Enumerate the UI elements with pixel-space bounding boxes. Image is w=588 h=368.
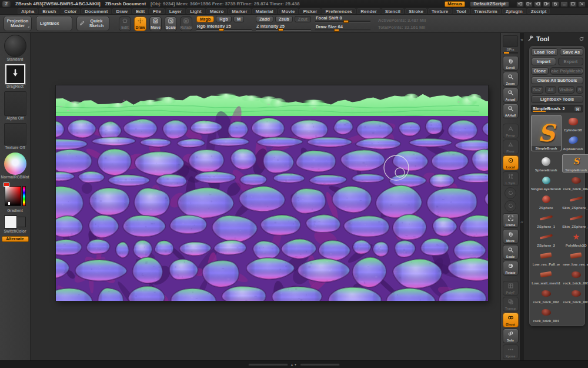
clone-all-subtools-button[interactable]: Clone All SubTools xyxy=(531,77,583,84)
actual-button[interactable]: Actual xyxy=(503,88,519,102)
spix-handle[interactable] xyxy=(504,52,509,54)
minimize-icon[interactable] xyxy=(560,1,568,7)
tool-thumb-singlelayerbrush[interactable]: SingleLayerBrush xyxy=(531,173,561,191)
menu-item-stroke[interactable]: Stroke xyxy=(405,8,427,14)
brush-thumbnail[interactable] xyxy=(4,35,26,57)
menu-item-color[interactable]: Color xyxy=(61,8,80,14)
projection-master-button[interactable]: Projection Master xyxy=(4,16,32,31)
tray-toggle-left-icon[interactable] xyxy=(534,1,542,7)
palette-restore-icon[interactable] xyxy=(579,34,584,44)
color-picker[interactable]: Gradient xyxy=(1,180,30,213)
menu-item-document[interactable]: Document xyxy=(81,8,111,14)
menu-item-preferences[interactable]: Preferences xyxy=(322,8,356,14)
default-zscript-button[interactable]: DefaultZScript xyxy=(470,1,509,7)
current-alpha[interactable]: Alpha Off xyxy=(1,89,30,121)
document-canvas[interactable] xyxy=(56,85,488,301)
menu-item-edit[interactable]: Edit xyxy=(132,8,148,14)
menu-item-alpha[interactable]: Alpha xyxy=(18,8,38,14)
handle-bar[interactable] xyxy=(300,363,340,366)
menu-item-render[interactable]: Render xyxy=(357,8,380,14)
zadd-button[interactable]: Zadd xyxy=(256,16,273,22)
quick-sketch-button[interactable]: Quick Sketch xyxy=(76,16,109,31)
spix-preview[interactable]: SPix xyxy=(503,35,518,54)
tool-thumb-rock_brick_001[interactable]: rock_brick_001 xyxy=(562,267,588,286)
tool-thumb-polymesh3d[interactable]: ★PolyMesh3D xyxy=(562,230,588,248)
menu-item-brush[interactable]: Brush xyxy=(39,8,59,14)
tool-thumb-rock_brick_004[interactable]: rock_brick_004 xyxy=(531,305,561,323)
draw-mode-button[interactable]: Draw xyxy=(134,16,146,31)
menu-item-light[interactable]: Light xyxy=(186,8,205,14)
tray-divider[interactable]: « ‹‹ xyxy=(520,33,524,360)
load-tool-button[interactable]: Load Tool xyxy=(531,48,558,56)
tool-thumb-zsphere_1[interactable]: ZSphere_1 xyxy=(531,211,561,229)
material-thumbnail[interactable] xyxy=(4,152,26,175)
rotate-button[interactable]: Rotate xyxy=(503,261,519,276)
close-icon[interactable] xyxy=(578,1,586,7)
import-button[interactable]: Import xyxy=(531,58,556,65)
texture-thumbnail[interactable] xyxy=(4,123,26,145)
menu-item-zscript[interactable]: Zscript xyxy=(527,8,550,14)
menus-button[interactable]: Menus xyxy=(445,1,465,7)
aahalf-button[interactable]: AAHalf xyxy=(503,104,519,118)
z-intensity-slider[interactable]: Z Intensity 25 xyxy=(256,24,311,31)
tool-thumb-new_low_res_w[interactable]: new_low_res_w xyxy=(562,248,588,267)
tool-thumb-spherebrush[interactable]: SphereBrush xyxy=(531,154,561,173)
tool-thumb-zsphere_2[interactable]: ZSphere_2 xyxy=(531,230,561,248)
tool-thumb-rock_brick_002[interactable]: rock_brick_002 xyxy=(531,286,561,304)
menu-item-picker[interactable]: Picker xyxy=(299,8,320,14)
shelf-collapse-icon[interactable]: ‹‹ xyxy=(520,220,524,224)
menu-item-draw[interactable]: Draw xyxy=(112,8,131,14)
slider-handle[interactable] xyxy=(278,28,283,31)
current-stroke[interactable]: DragRect xyxy=(1,62,30,89)
alternate-button[interactable]: Alternate xyxy=(2,236,29,242)
tool-thumb-simplebrush-large[interactable]: S SimpleBrush xyxy=(531,115,562,151)
main-color-swatch[interactable] xyxy=(4,216,17,228)
menu-item-texture[interactable]: Texture xyxy=(428,8,452,14)
hue-strip[interactable] xyxy=(22,186,26,206)
tool-thumb-cylinder3d[interactable]: Cylinder3D xyxy=(563,115,583,132)
solo-button[interactable]: Solo xyxy=(503,329,519,343)
menu-item-file[interactable]: File xyxy=(149,8,165,14)
tray-collapse-icon[interactable]: « xyxy=(520,38,524,42)
zoom-button[interactable]: Zoom xyxy=(503,72,519,87)
tool-thumb-alphabrush[interactable]: AlphaBrush xyxy=(563,134,583,151)
current-material[interactable]: NormalRGBMat xyxy=(1,151,30,180)
ghost-button[interactable]: Ghost xyxy=(503,313,519,327)
tool-thumb-skin_zsphere_1[interactable]: Skin_ZSphere_1 xyxy=(562,192,588,210)
switch-color[interactable]: SwitchColor xyxy=(1,214,30,234)
current-texture[interactable]: Texture Off xyxy=(1,121,30,150)
tool-palette-header[interactable]: Tool xyxy=(524,33,588,45)
current-tool-bar[interactable]: SimpleBrush. 2 R xyxy=(531,105,583,112)
tray-arrows-icon[interactable]: ▲▼ xyxy=(290,363,298,366)
lightbox-tools-button[interactable]: Lightbox> Tools xyxy=(531,95,583,103)
doc-nav-left-icon[interactable] xyxy=(516,1,524,7)
zsub-button[interactable]: Zsub xyxy=(275,16,293,22)
rgb-button[interactable]: Rgb xyxy=(216,16,232,22)
current-tool-r-button[interactable]: R xyxy=(574,106,582,112)
slider-handle[interactable] xyxy=(334,29,339,32)
tool-thumb-rock_brick_003[interactable]: rock_brick_003 xyxy=(562,286,588,304)
tool-thumb-low_res_full_w[interactable]: Low_res_Full_w xyxy=(531,248,561,267)
menu-item-layer[interactable]: Layer xyxy=(166,8,185,14)
menu-item-stencil[interactable]: Stencil xyxy=(382,8,404,14)
slider-handle[interactable] xyxy=(219,28,224,31)
menu-item-marker[interactable]: Marker xyxy=(228,8,250,14)
tool-thumb-simplebrush[interactable]: SSimpleBrush xyxy=(562,154,588,173)
handle-bar[interactable] xyxy=(248,363,288,366)
tool-thumb-skin_zsphere_2[interactable]: Skin_ZSphere_2 xyxy=(562,211,588,229)
switch-color-swatches[interactable] xyxy=(2,215,28,229)
menu-item-movie[interactable]: Movie xyxy=(278,8,299,14)
menu-item-macro[interactable]: Macro xyxy=(206,8,228,14)
move-button[interactable]: Move xyxy=(503,229,519,244)
document-area[interactable] xyxy=(31,33,500,360)
tool-thumb-zsphere[interactable]: ZSphere xyxy=(531,192,561,210)
lightbox-button[interactable]: LightBox xyxy=(36,16,72,31)
scroll-button[interactable]: Scroll xyxy=(503,56,519,71)
spix-slider[interactable] xyxy=(503,52,518,54)
move-mode-button[interactable]: MMove xyxy=(149,16,162,31)
clone-button[interactable]: Clone xyxy=(531,67,549,75)
doc-nav-right-icon[interactable] xyxy=(525,1,533,7)
color-picker[interactable] xyxy=(4,183,27,208)
draw-size-slider[interactable]: Draw Size 64 xyxy=(315,24,370,32)
menu-item-tool[interactable]: Tool xyxy=(453,8,469,14)
